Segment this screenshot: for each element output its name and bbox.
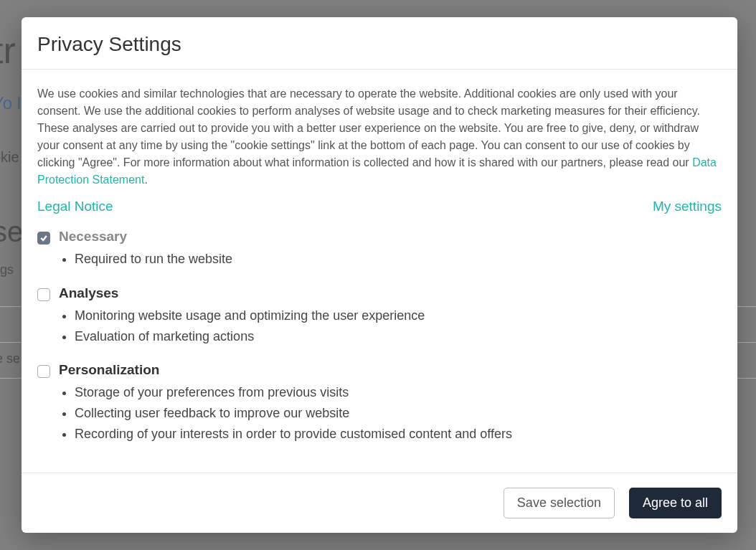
list-item: Collecting user feedback to improve our … xyxy=(75,403,722,424)
save-selection-button[interactable]: Save selection xyxy=(504,488,615,518)
my-settings-link[interactable]: My settings xyxy=(653,199,722,214)
list-item: Evaluation of marketing actions xyxy=(75,326,722,347)
intro-text-post: . xyxy=(144,174,147,186)
list-item: Monitoring website usage and optimizing … xyxy=(75,305,722,326)
modal-header: Privacy Settings xyxy=(22,17,737,70)
option-content: Analyses Monitoring website usage and op… xyxy=(59,285,722,347)
option-content: Personalization Storage of your preferen… xyxy=(59,362,722,444)
modal-body: We use cookies and similar technologies … xyxy=(22,70,737,473)
option-list-analyses: Monitoring website usage and optimizing … xyxy=(59,305,722,347)
checkbox-personalization[interactable] xyxy=(37,365,50,378)
option-analyses: Analyses Monitoring website usage and op… xyxy=(37,285,722,347)
links-row: Legal Notice My settings xyxy=(37,199,722,214)
privacy-settings-modal: Privacy Settings We use cookies and simi… xyxy=(22,17,737,533)
option-list-personalization: Storage of your preferences from previou… xyxy=(59,382,722,444)
checkbox-analyses[interactable] xyxy=(37,288,50,301)
checkbox-necessary xyxy=(37,232,50,245)
modal-footer: Save selection Agree to all xyxy=(22,473,737,533)
check-icon xyxy=(39,234,48,242)
option-personalization: Personalization Storage of your preferen… xyxy=(37,362,722,444)
option-title-necessary: Necessary xyxy=(59,229,722,245)
option-necessary: Necessary Required to run the website xyxy=(37,229,722,270)
legal-notice-link[interactable]: Legal Notice xyxy=(37,199,113,214)
list-item: Recording of your interests in order to … xyxy=(75,424,722,445)
option-title-personalization: Personalization xyxy=(59,362,722,378)
intro-paragraph: We use cookies and similar technologies … xyxy=(37,85,722,189)
intro-text-pre: We use cookies and similar technologies … xyxy=(37,87,700,169)
list-item: Storage of your preferences from previou… xyxy=(75,382,722,403)
agree-to-all-button[interactable]: Agree to all xyxy=(629,488,722,518)
option-list-necessary: Required to run the website xyxy=(59,249,722,270)
modal-title: Privacy Settings xyxy=(37,33,722,56)
option-content: Necessary Required to run the website xyxy=(59,229,722,270)
list-item: Required to run the website xyxy=(75,249,722,270)
option-title-analyses: Analyses xyxy=(59,285,722,301)
